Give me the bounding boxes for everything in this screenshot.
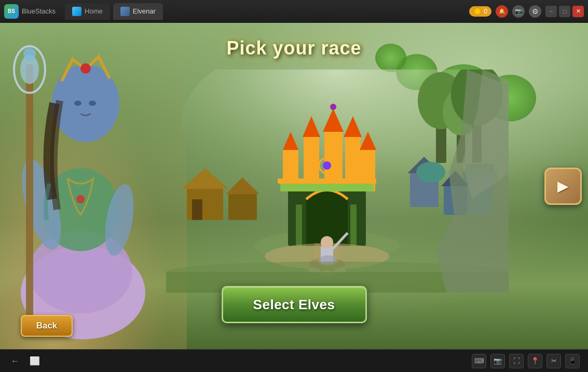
location-icon[interactable]: 📍 xyxy=(528,354,542,368)
elvenar-tab-label: Elvenar xyxy=(133,7,156,15)
titlebar: BS BlueStacks Home Elvenar 0 🔔 📷 ⚙ − □ ✕ xyxy=(0,0,588,23)
scissors-icon[interactable]: ✂ xyxy=(546,354,561,368)
taskbar: ← ⬜ ⌨ 📷 ⛶ 📍 ✂ 📱 xyxy=(0,349,588,372)
bluestacks-logo: BS xyxy=(4,4,19,19)
svg-rect-24 xyxy=(192,199,202,220)
coin-icon xyxy=(473,7,482,16)
close-button[interactable]: ✕ xyxy=(572,6,584,17)
back-label: Back xyxy=(36,321,58,331)
pick-race-title: Pick your race xyxy=(226,37,361,59)
elvenar-tab-icon xyxy=(120,7,130,16)
foliage-right3 xyxy=(375,44,406,72)
fullscreen-icon[interactable]: ⛶ xyxy=(509,354,524,368)
svg-point-50 xyxy=(416,162,445,183)
back-taskbar-button[interactable]: ← xyxy=(8,354,22,368)
keyboard-icon[interactable]: ⌨ xyxy=(472,354,486,368)
svg-point-35 xyxy=(330,104,336,110)
home-taskbar-button[interactable]: ⬜ xyxy=(28,354,42,368)
svg-point-14 xyxy=(76,195,85,203)
village-svg xyxy=(166,70,509,293)
svg-rect-43 xyxy=(350,204,357,246)
settings-button[interactable]: ⚙ xyxy=(529,5,541,18)
svg-rect-41 xyxy=(278,178,376,184)
back-button[interactable]: Back xyxy=(21,315,73,337)
svg-point-11 xyxy=(80,63,91,74)
svg-point-9 xyxy=(23,48,36,60)
svg-point-45 xyxy=(323,161,331,170)
camera-button[interactable]: 📷 xyxy=(512,5,525,18)
svg-rect-6 xyxy=(26,64,33,324)
svg-point-12 xyxy=(74,101,81,106)
elf-svg xyxy=(0,23,187,349)
phone-icon[interactable]: 📱 xyxy=(565,354,580,368)
coin-count: 0 xyxy=(484,8,487,15)
coin-badge: 0 xyxy=(469,6,491,17)
notification-button[interactable]: 🔔 xyxy=(496,5,508,18)
home-tab-label: Home xyxy=(85,7,103,15)
taskbar-right-controls: ⌨ 📷 ⛶ 📍 ✂ 📱 xyxy=(472,354,580,368)
select-elves-label: Select Elves xyxy=(253,297,335,313)
svg-point-13 xyxy=(89,101,96,106)
tab-home[interactable]: Home xyxy=(65,3,110,20)
minimize-button[interactable]: − xyxy=(545,6,557,17)
window-controls: − □ ✕ xyxy=(545,6,584,17)
elf-character-area xyxy=(0,23,187,349)
game-area: Pick your race xyxy=(0,23,588,349)
select-elves-button[interactable]: Select Elves xyxy=(222,286,367,323)
svg-rect-42 xyxy=(296,204,302,246)
svg-rect-25 xyxy=(228,194,257,220)
home-tab-icon xyxy=(72,7,81,16)
next-race-button[interactable] xyxy=(544,168,582,205)
app-name: BlueStacks xyxy=(22,7,56,15)
tab-elvenar[interactable]: Elvenar xyxy=(113,3,163,20)
svg-point-58 xyxy=(321,236,333,249)
screenshot-icon[interactable]: 📷 xyxy=(490,354,505,368)
restore-button[interactable]: □ xyxy=(559,6,570,17)
titlebar-controls: 0 🔔 📷 ⚙ − □ ✕ xyxy=(469,5,584,18)
